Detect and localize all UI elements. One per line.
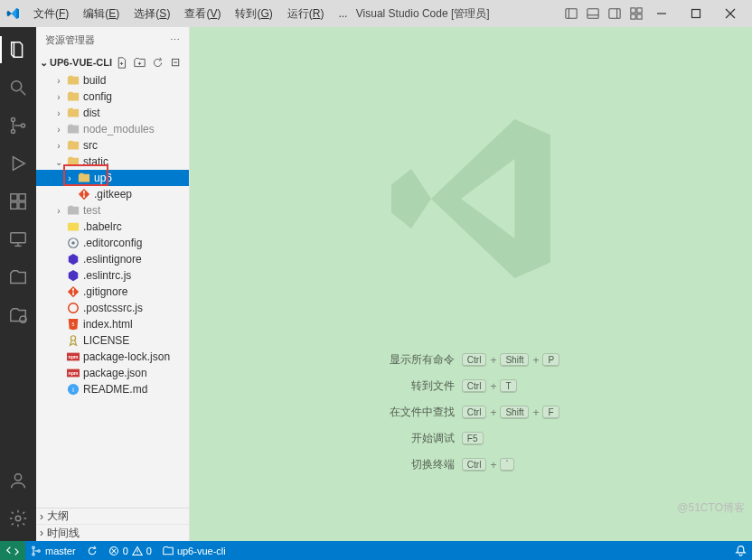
tree-row-src[interactable]: ›src [36,137,189,154]
project-header[interactable]: ⌄ UP6-VUE-CLI [36,52,189,72]
remote-indicator-icon[interactable] [0,541,25,560]
status-notifications-icon[interactable] [729,545,752,556]
folder-open-icon [66,154,80,169]
new-folder-icon[interactable] [133,56,146,69]
sidebar-more-icon[interactable]: ⋯ [170,34,180,46]
svg-line-15 [21,90,26,96]
customize-layout-icon[interactable] [629,6,644,21]
activity-search-icon[interactable] [0,70,36,105]
chevron-down-icon: ⌄ [40,57,48,69]
tree-item-label: dist [83,107,100,119]
menu-view[interactable]: 查看(V) [178,4,227,24]
file-tree[interactable]: ›build›config›dist›node_modules›src⌄stat… [36,72,189,508]
activity-source-control-icon[interactable] [0,108,36,143]
timeline-panel-header[interactable]: ›时间线 [36,525,189,541]
new-file-icon[interactable] [115,56,127,69]
tree-item-label: .gitignore [83,285,127,298]
explorer-sidebar: 资源管理器 ⋯ ⌄ UP6-VUE-CLI ›build›config›dist… [36,27,190,541]
shortcut-keys: Ctrl+` [462,458,514,471]
menu-selection[interactable]: 选择(S) [127,4,176,24]
shortcut-label: 转到文件 [382,378,455,394]
folder-icon [66,106,80,120]
tree-row-up6[interactable]: ›up6 [36,170,189,186]
svg-rect-39 [68,223,79,231]
close-button[interactable] [714,0,747,27]
activity-run-debug-icon[interactable] [0,146,36,181]
key-badge: F5 [462,432,484,445]
svg-marker-42 [69,254,79,265]
activity-remote-explorer-icon[interactable] [0,222,36,257]
tree-row-package-lock-json[interactable]: npmpackage-lock.json [36,349,189,365]
activity-extensions-icon[interactable] [0,184,36,219]
activity-projects-icon[interactable] [0,260,36,294]
activity-account-icon[interactable] [0,463,36,498]
menu-more[interactable]: ... [332,5,353,23]
tree-row-static[interactable]: ⌄static [36,154,189,170]
welcome-shortcuts: 显示所有命令Ctrl+Shift+P转到文件Ctrl+T在文件中查找Ctrl+S… [382,352,559,472]
svg-marker-19 [14,157,25,171]
menu-edit[interactable]: 编辑(E) [77,4,126,24]
tree-row-test[interactable]: ›test [36,202,189,219]
chevron-right-icon: › [54,125,63,135]
key-badge: ` [500,458,513,471]
chevron-right-icon: › [54,141,63,151]
tree-item-label: up6 [94,172,112,184]
svg-point-17 [11,129,14,133]
tree-row--gitignore[interactable]: .gitignore [36,284,189,300]
menu-run[interactable]: 运行(R) [281,4,331,24]
tree-row--gitkeep[interactable]: .gitkeep [36,186,189,202]
svg-point-41 [71,241,75,245]
tree-row-LICENSE[interactable]: LICENSE [36,332,189,349]
toggle-secondary-sidebar-icon[interactable] [607,6,622,21]
tree-row-README-md[interactable]: iREADME.md [36,381,189,397]
svg-rect-2 [588,9,598,19]
shortcut-line: 显示所有命令Ctrl+Shift+P [382,352,559,368]
tree-row-index-html[interactable]: 5index.html [36,316,189,332]
status-folder[interactable]: up6-vue-cli [157,541,231,560]
activity-folder-icon[interactable] [0,298,36,332]
status-sync-icon[interactable] [81,541,103,560]
shortcut-line: 切换终端Ctrl+` [382,457,559,472]
svg-marker-43 [69,270,79,281]
tree-row--editorconfig[interactable]: .editorconfig [36,235,189,251]
toggle-primary-sidebar-icon[interactable] [564,6,578,21]
html-icon: 5 [66,317,80,331]
tree-row-build[interactable]: ›build [36,72,189,89]
status-bar: master 0 0 up6-vue-cli [0,541,752,560]
maximize-button[interactable] [680,0,712,27]
tree-item-label: .gitkeep [94,188,132,201]
toggle-panel-icon[interactable] [586,6,600,21]
tree-row--postcssrc-js[interactable]: .postcssrc.js [36,300,189,316]
tree-row-package-json[interactable]: npmpackage.json [36,365,189,381]
minimize-button[interactable] [645,0,678,27]
status-branch[interactable]: master [25,541,81,560]
layout-controls [564,6,644,21]
svg-point-29 [15,516,21,521]
chevron-right-icon: › [54,108,63,118]
tree-row--babelrc[interactable]: .babelrc [36,219,189,235]
refresh-icon[interactable] [151,56,164,69]
activity-explorer-icon[interactable] [0,33,36,67]
status-problems[interactable]: 0 0 [103,541,157,560]
activity-settings-icon[interactable] [0,501,36,536]
tree-item-label: .eslintrc.js [83,269,131,282]
npm-icon: npm [66,366,80,380]
menu-go[interactable]: 转到(G) [229,4,278,24]
shortcut-label: 切换终端 [382,457,455,472]
tree-row-config[interactable]: ›config [36,89,189,105]
folder-dim-icon [66,122,80,136]
tree-row-node_modules[interactable]: ›node_modules [36,121,189,137]
tree-item-label: src [83,139,98,152]
outline-panel-header[interactable]: ›大纲 [36,509,189,525]
editor-icon [66,236,80,250]
tree-item-label: .postcssrc.js [83,302,143,314]
tree-row--eslintignore[interactable]: .eslintignore [36,251,189,267]
key-badge: Ctrl [462,353,487,367]
tree-row--eslintrc-js[interactable]: .eslintrc.js [36,267,189,284]
svg-text:5: 5 [72,322,75,327]
activity-bar [0,27,36,541]
collapse-all-icon[interactable] [169,56,182,69]
main-area: 资源管理器 ⋯ ⌄ UP6-VUE-CLI ›build›config›dist… [0,27,752,541]
menu-file[interactable]: 文件(F) [27,4,75,24]
tree-row-dist[interactable]: ›dist [36,105,189,121]
